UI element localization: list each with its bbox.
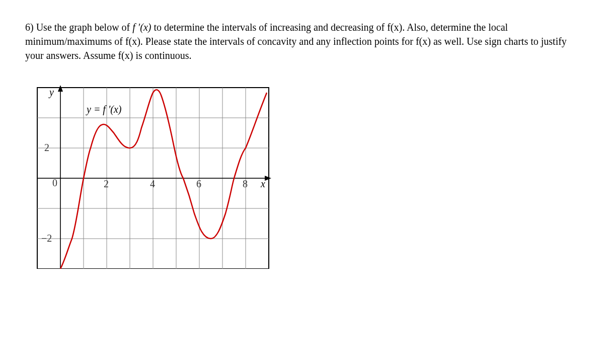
fprime-notation: f ′(x) <box>132 22 151 33</box>
x-axis-arrow-icon <box>265 176 271 181</box>
x-axis-label: x <box>260 178 265 189</box>
tick-2x: 2 <box>104 178 109 189</box>
tick-0: 0 <box>52 177 57 188</box>
problem-statement: 6) Use the graph below of f ′(x) to dete… <box>25 20 579 62</box>
tick-6x: 6 <box>196 178 201 189</box>
y-axis-arrow-icon <box>58 85 63 92</box>
problem-part1: Use the graph below of <box>36 22 133 33</box>
tick-2y: 2 <box>44 142 49 153</box>
problem-number: 6) <box>25 22 34 33</box>
tick-8x: 8 <box>243 178 248 189</box>
y-axis-label: y <box>48 87 54 98</box>
curve-label: y = f ′(x) <box>86 104 122 115</box>
tick-n2y: −2 <box>41 233 52 244</box>
tick-4x: 4 <box>150 178 155 189</box>
graph-svg: y x 0 2 4 6 8 2 −2 y = f ′(x) <box>30 78 282 269</box>
fprime-curve <box>60 90 267 269</box>
derivative-graph: y x 0 2 4 6 8 2 −2 y = f ′(x) <box>30 78 282 269</box>
